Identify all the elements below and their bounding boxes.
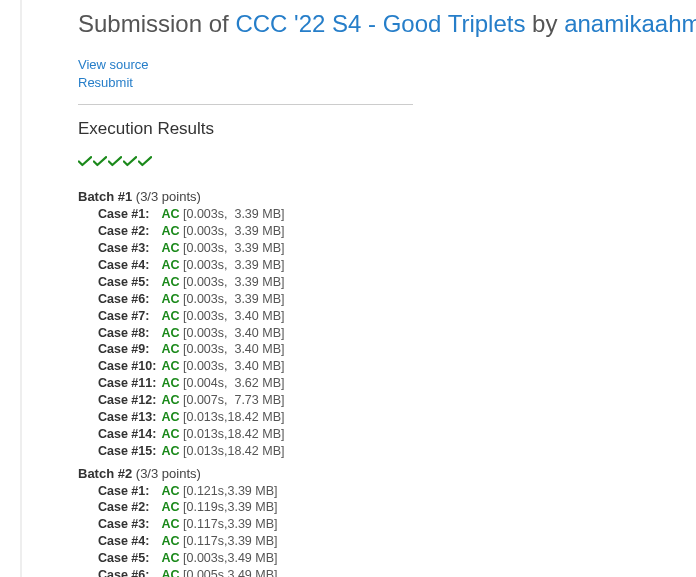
- batch-header: Batch #2 (3/3 points): [78, 466, 696, 481]
- case-status: AC: [161, 258, 179, 272]
- case-meta: [0.003s, 3.39 MB]: [180, 258, 285, 272]
- case-row: Case #15: AC [0.013s,18.42 MB]: [98, 443, 696, 460]
- case-row: Case #3: AC [0.117s,3.39 MB]: [98, 516, 696, 533]
- case-status: AC: [161, 427, 179, 441]
- case-row: Case #2: AC [0.119s,3.39 MB]: [98, 499, 696, 516]
- case-status: AC: [161, 568, 179, 577]
- case-status: AC: [161, 309, 179, 323]
- case-number: Case #15:: [98, 443, 158, 460]
- problem-link[interactable]: CCC '22 S4 - Good Triplets: [235, 10, 525, 37]
- case-number: Case #3:: [98, 240, 158, 257]
- action-links: View source Resubmit: [78, 56, 696, 92]
- case-number: Case #12:: [98, 392, 158, 409]
- case-meta: [0.003s, 3.39 MB]: [180, 292, 285, 306]
- divider: [78, 104, 413, 105]
- case-list: Case #1: AC [0.003s, 3.39 MB]Case #2: AC…: [78, 206, 696, 459]
- case-number: Case #2:: [98, 223, 158, 240]
- status-checks: [78, 153, 696, 171]
- case-status: AC: [161, 517, 179, 531]
- case-meta: [0.013s,18.42 MB]: [180, 427, 285, 441]
- case-meta: [0.003s, 3.40 MB]: [180, 359, 285, 373]
- case-row: Case #6: AC [0.003s, 3.39 MB]: [98, 291, 696, 308]
- case-meta: [0.003s, 3.39 MB]: [180, 224, 285, 238]
- case-status: AC: [161, 551, 179, 565]
- title-by: by: [525, 10, 564, 37]
- check-icon: [78, 156, 92, 167]
- page-title: Submission of CCC '22 S4 - Good Triplets…: [78, 10, 696, 38]
- case-row: Case #5: AC [0.003s,3.49 MB]: [98, 550, 696, 567]
- check-icon: [123, 156, 137, 167]
- case-status: AC: [161, 484, 179, 498]
- case-number: Case #4:: [98, 257, 158, 274]
- title-prefix: Submission of: [78, 10, 235, 37]
- case-row: Case #12: AC [0.007s, 7.73 MB]: [98, 392, 696, 409]
- user-link[interactable]: anamikaahmed: [564, 10, 696, 37]
- case-row: Case #5: AC [0.003s, 3.39 MB]: [98, 274, 696, 291]
- case-row: Case #10: AC [0.003s, 3.40 MB]: [98, 358, 696, 375]
- batch-points: (3/3 points): [136, 466, 201, 481]
- case-meta: [0.117s,3.39 MB]: [180, 534, 278, 548]
- case-status: AC: [161, 410, 179, 424]
- case-status: AC: [161, 292, 179, 306]
- case-meta: [0.003s, 3.39 MB]: [180, 241, 285, 255]
- case-row: Case #13: AC [0.013s,18.42 MB]: [98, 409, 696, 426]
- view-source-link[interactable]: View source: [78, 56, 696, 74]
- case-number: Case #5:: [98, 274, 158, 291]
- case-status: AC: [161, 393, 179, 407]
- case-meta: [0.007s, 7.73 MB]: [180, 393, 285, 407]
- case-status: AC: [161, 359, 179, 373]
- batch-points: (3/3 points): [136, 189, 201, 204]
- case-row: Case #1: AC [0.121s,3.39 MB]: [98, 483, 696, 500]
- case-meta: [0.003s, 3.39 MB]: [180, 275, 285, 289]
- resubmit-link[interactable]: Resubmit: [78, 74, 696, 92]
- case-row: Case #4: AC [0.003s, 3.39 MB]: [98, 257, 696, 274]
- case-status: AC: [161, 376, 179, 390]
- case-number: Case #10:: [98, 358, 158, 375]
- case-status: AC: [161, 224, 179, 238]
- case-number: Case #1:: [98, 206, 158, 223]
- case-row: Case #2: AC [0.003s, 3.39 MB]: [98, 223, 696, 240]
- check-icon: [93, 156, 107, 167]
- case-number: Case #6:: [98, 291, 158, 308]
- case-meta: [0.013s,18.42 MB]: [180, 444, 285, 458]
- case-row: Case #14: AC [0.013s,18.42 MB]: [98, 426, 696, 443]
- case-status: AC: [161, 275, 179, 289]
- case-row: Case #6: AC [0.005s,3.49 MB]: [98, 567, 696, 577]
- check-icon: [138, 156, 152, 167]
- case-meta: [0.013s,18.42 MB]: [180, 410, 285, 424]
- case-number: Case #14:: [98, 426, 158, 443]
- case-meta: [0.004s, 3.62 MB]: [180, 376, 285, 390]
- case-number: Case #8:: [98, 325, 158, 342]
- case-status: AC: [161, 342, 179, 356]
- case-number: Case #6:: [98, 567, 158, 577]
- case-status: AC: [161, 326, 179, 340]
- case-row: Case #1: AC [0.003s, 3.39 MB]: [98, 206, 696, 223]
- case-status: AC: [161, 444, 179, 458]
- case-meta: [0.117s,3.39 MB]: [180, 517, 278, 531]
- case-meta: [0.121s,3.39 MB]: [180, 484, 278, 498]
- case-meta: [0.003s,3.49 MB]: [180, 551, 278, 565]
- case-row: Case #7: AC [0.003s, 3.40 MB]: [98, 308, 696, 325]
- batch-header: Batch #1 (3/3 points): [78, 189, 696, 204]
- case-meta: [0.003s, 3.40 MB]: [180, 342, 285, 356]
- case-number: Case #1:: [98, 483, 158, 500]
- case-status: AC: [161, 500, 179, 514]
- case-row: Case #11: AC [0.004s, 3.62 MB]: [98, 375, 696, 392]
- check-icon: [108, 156, 122, 167]
- case-status: AC: [161, 241, 179, 255]
- case-row: Case #3: AC [0.003s, 3.39 MB]: [98, 240, 696, 257]
- batch-label: Batch #2: [78, 466, 136, 481]
- case-number: Case #2:: [98, 499, 158, 516]
- case-list: Case #1: AC [0.121s,3.39 MB]Case #2: AC …: [78, 483, 696, 578]
- execution-results-header: Execution Results: [78, 119, 696, 139]
- case-row: Case #4: AC [0.117s,3.39 MB]: [98, 533, 696, 550]
- case-meta: [0.005s,3.49 MB]: [180, 568, 278, 577]
- case-number: Case #13:: [98, 409, 158, 426]
- case-row: Case #8: AC [0.003s, 3.40 MB]: [98, 325, 696, 342]
- case-number: Case #3:: [98, 516, 158, 533]
- case-status: AC: [161, 534, 179, 548]
- case-row: Case #9: AC [0.003s, 3.40 MB]: [98, 341, 696, 358]
- case-meta: [0.003s, 3.40 MB]: [180, 326, 285, 340]
- case-number: Case #11:: [98, 375, 158, 392]
- case-meta: [0.119s,3.39 MB]: [180, 500, 278, 514]
